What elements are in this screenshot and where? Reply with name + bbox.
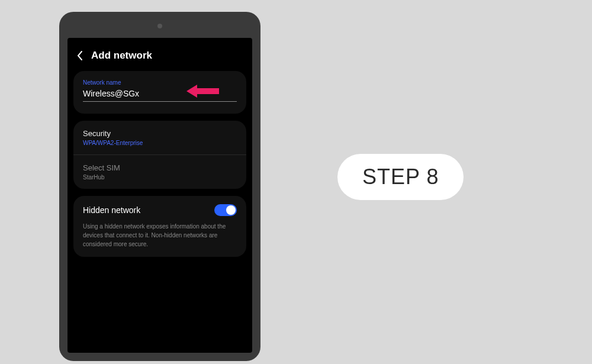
security-row[interactable]: Security WPA/WPA2-Enterprise [83, 129, 237, 146]
tablet-frame: Add network Network name Wireless@SGx Se… [59, 12, 260, 361]
security-sim-card: Security WPA/WPA2-Enterprise Select SIM … [73, 121, 246, 189]
tablet-camera-icon [157, 24, 162, 28]
sim-row: Select SIM StarHub [83, 163, 237, 181]
sim-value: StarHub [83, 174, 237, 181]
step-badge: STEP 8 [337, 154, 464, 200]
network-name-card: Network name Wireless@SGx [73, 71, 246, 114]
sim-title: Select SIM [83, 163, 237, 172]
security-value: WPA/WPA2-Enterprise [83, 140, 237, 146]
network-name-value: Wireless@SGx [83, 89, 139, 98]
hidden-network-row: Hidden network [83, 204, 237, 216]
hidden-network-title: Hidden network [83, 205, 140, 215]
hidden-network-toggle[interactable] [214, 204, 237, 216]
divider [73, 154, 246, 155]
hidden-network-description: Using a hidden network exposes informati… [83, 222, 237, 249]
tablet-screen: Add network Network name Wireless@SGx Se… [67, 38, 252, 353]
network-name-input[interactable]: Wireless@SGx [83, 88, 237, 102]
back-icon[interactable] [76, 51, 84, 60]
page-title: Add network [91, 50, 152, 62]
arrow-callout-icon [186, 83, 219, 99]
security-title: Security [83, 129, 237, 138]
page-header: Add network [67, 45, 252, 71]
hidden-network-card: Hidden network Using a hidden network ex… [73, 196, 246, 257]
